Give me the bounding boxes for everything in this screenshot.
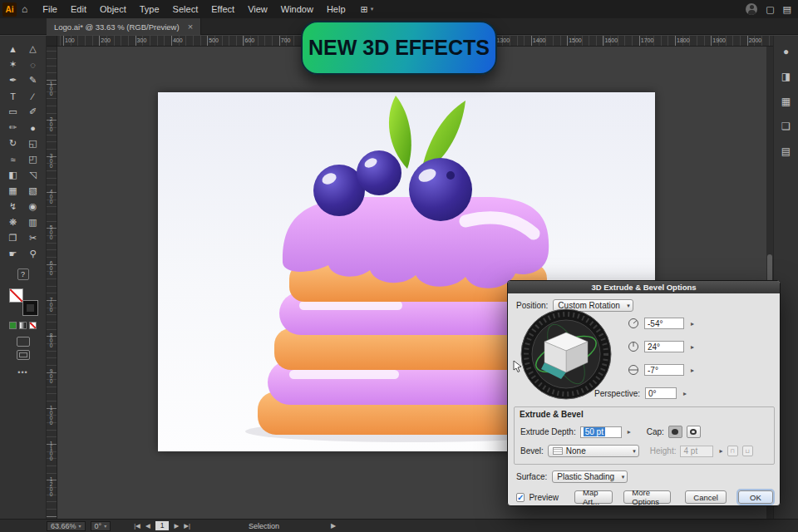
rotate-y-field[interactable]: 24°: [644, 341, 684, 352]
ruler-number: 1700: [641, 36, 677, 46]
ok-button[interactable]: OK: [738, 490, 773, 504]
rotate-z-field[interactable]: -7°: [644, 364, 684, 376]
menu-select[interactable]: Select: [166, 0, 205, 18]
next-artboard-button[interactable]: ▶: [174, 522, 179, 530]
bevel-extent-in-button: ⊔: [742, 446, 753, 456]
chevron-down-icon: ▾: [633, 448, 636, 455]
cap-on-button[interactable]: [668, 426, 682, 438]
perspective-grid-tool[interactable]: ◹: [23, 167, 43, 183]
fill-swatch[interactable]: [9, 288, 23, 303]
status-play-icon[interactable]: ▶: [331, 522, 336, 530]
stepper-arrow-icon[interactable]: ▸: [628, 428, 631, 436]
preview-checkbox[interactable]: ✓: [516, 493, 525, 502]
hand-tool[interactable]: ☛: [3, 246, 23, 262]
rotation-select[interactable]: 0° ▾: [91, 521, 111, 531]
slice-tool[interactable]: ✂: [23, 230, 43, 246]
menu-edit[interactable]: Edit: [64, 0, 93, 18]
artboard-number-field[interactable]: 1: [155, 521, 170, 530]
curvature-tool[interactable]: ✎: [23, 72, 43, 88]
bevel-dropdown[interactable]: None ▾: [548, 445, 639, 457]
blob-brush-tool[interactable]: ●: [23, 120, 43, 135]
pen-tool[interactable]: ✒: [3, 72, 23, 88]
width-tool[interactable]: ≈: [3, 151, 23, 167]
more-options-button[interactable]: More Options: [623, 490, 671, 504]
mesh-tool[interactable]: ▦: [3, 183, 23, 199]
edit-toolbar-dots[interactable]: •••: [0, 368, 46, 377]
cancel-button[interactable]: Cancel: [685, 490, 727, 504]
ruler-number: 500: [209, 36, 244, 46]
column-graph-tool[interactable]: ▥: [23, 214, 43, 230]
ruler-number: 800: [47, 332, 57, 368]
window-icon[interactable]: ▢: [766, 4, 774, 15]
map-art-button[interactable]: Map Art...: [574, 490, 613, 504]
menu-effect[interactable]: Effect: [204, 0, 241, 18]
panel-menu-icon[interactable]: ▤: [783, 4, 791, 15]
menu-object[interactable]: Object: [93, 0, 133, 18]
account-avatar[interactable]: [746, 3, 757, 15]
gradient-chip[interactable]: [19, 322, 27, 329]
stepper-arrow-icon[interactable]: ▸: [691, 320, 694, 328]
rotate-x-field[interactable]: -54°: [644, 318, 684, 329]
surface-dropdown[interactable]: Plastic Shading ▾: [552, 470, 628, 483]
last-artboard-button[interactable]: ▶|: [184, 522, 190, 530]
rotate-tool[interactable]: ↻: [3, 135, 23, 151]
gradient-tool[interactable]: ▧: [23, 183, 43, 199]
magic-wand-tool[interactable]: ✶: [3, 57, 23, 72]
rotate-x-dial-icon[interactable]: [628, 318, 639, 329]
rectangle-tool[interactable]: ▭: [3, 104, 23, 120]
height-label: Height:: [650, 446, 677, 456]
menu-type[interactable]: Type: [133, 0, 166, 18]
rotate-z-dial-icon[interactable]: [628, 364, 639, 376]
none-chip[interactable]: [29, 322, 37, 329]
direct-selection-tool[interactable]: △: [23, 41, 43, 57]
libraries-panel-icon[interactable]: ▤: [781, 145, 791, 157]
paintbrush-tool[interactable]: ✐: [23, 104, 43, 120]
close-icon[interactable]: ×: [188, 22, 193, 32]
cap-off-button[interactable]: [687, 426, 701, 438]
stroke-swatch[interactable]: [23, 301, 37, 315]
vertical-ruler[interactable]: 100200300400500600700800900100011001200: [47, 47, 57, 519]
shape-builder-tool[interactable]: ◧: [3, 167, 23, 183]
fill-stroke-indicator[interactable]: [9, 288, 37, 315]
lasso-tool[interactable]: ◌: [23, 57, 43, 72]
first-artboard-button[interactable]: |◀: [134, 522, 140, 530]
perspective-field[interactable]: 0°: [645, 387, 677, 399]
gradient-panel-icon[interactable]: ◨: [781, 71, 791, 82]
tools-panel: ▲△✶◌✒✎T∕▭✐✏●↻◱≈◰◧◹▦▧↯◉❋▥❐✂☛⚲ ? •••: [0, 36, 47, 519]
stepper-arrow-icon[interactable]: ▸: [683, 390, 687, 397]
zoom-tool[interactable]: ⚲: [23, 246, 43, 262]
menu-view[interactable]: View: [241, 0, 274, 18]
zoom-level-select[interactable]: 63.66% ▾: [47, 521, 86, 531]
workspace-switcher[interactable]: ⊞ ▾: [361, 4, 374, 15]
question-icon[interactable]: ?: [17, 268, 29, 280]
layers-panel-icon[interactable]: ❏: [781, 121, 791, 132]
document-tab[interactable]: Logo.ai* @ 33.63 % (RGB/Preview) ×: [47, 18, 201, 35]
symbol-sprayer-tool[interactable]: ❋: [3, 214, 23, 230]
selection-tool[interactable]: ▲: [3, 41, 23, 57]
document-tab-title: Logo.ai* @ 33.63 % (RGB/Preview): [54, 22, 180, 32]
dialog-title[interactable]: 3D Extrude & Bevel Options: [508, 281, 780, 293]
menu-file[interactable]: File: [36, 0, 64, 18]
previous-artboard-button[interactable]: ◀: [145, 522, 150, 530]
draw-normal-mode-icon[interactable]: [17, 337, 30, 347]
type-tool[interactable]: T: [3, 88, 23, 104]
artboard-tool[interactable]: ❐: [3, 230, 23, 246]
color-chip[interactable]: [9, 322, 17, 329]
menu-window[interactable]: Window: [274, 0, 320, 18]
scale-tool[interactable]: ◱: [23, 135, 43, 151]
extrude-depth-field[interactable]: 50 pt: [580, 426, 622, 438]
free-transform-tool[interactable]: ◰: [23, 151, 43, 167]
blend-tool[interactable]: ◉: [23, 199, 43, 214]
eyedropper-tool[interactable]: ↯: [3, 199, 23, 214]
rotate-y-dial-icon[interactable]: [628, 341, 639, 352]
stepper-arrow-icon[interactable]: ▸: [691, 343, 694, 351]
ruler-number: 600: [244, 36, 280, 46]
pencil-tool[interactable]: ✏: [3, 120, 23, 135]
swatches-panel-icon[interactable]: ▦: [781, 96, 791, 107]
menu-help[interactable]: Help: [320, 0, 352, 18]
draw-inside-mode-icon[interactable]: [17, 350, 30, 360]
home-icon[interactable]: ⌂: [22, 3, 27, 15]
line-segment-tool[interactable]: ∕: [23, 88, 43, 104]
stepper-arrow-icon[interactable]: ▸: [691, 367, 694, 374]
color-panel-icon[interactable]: ●: [783, 46, 789, 57]
